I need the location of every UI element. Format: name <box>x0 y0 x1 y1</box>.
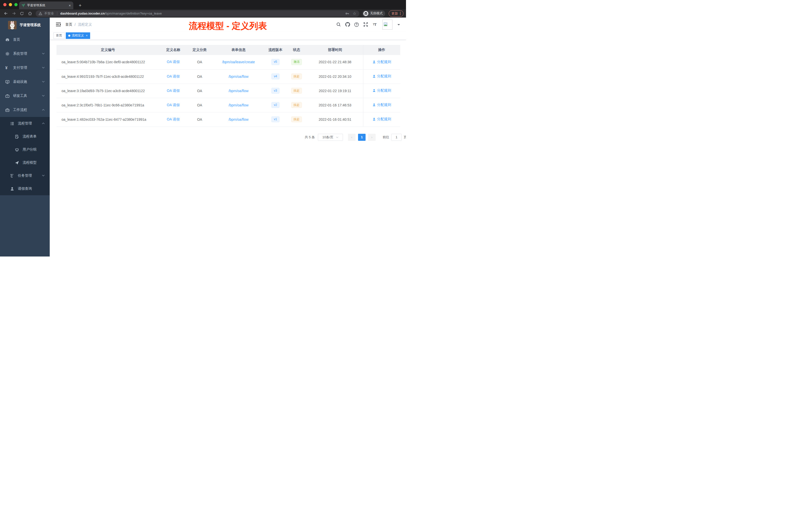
cell-category: OA <box>187 112 212 126</box>
form-link[interactable]: /bpm/oa/flow <box>229 74 248 79</box>
sidebar-item-label: 请假查询 <box>18 186 32 191</box>
logo-rabbit-image <box>8 21 17 29</box>
definition-name-link[interactable]: OA 请假 <box>167 60 179 64</box>
help-icon[interactable] <box>354 22 359 27</box>
sidebar-item-process-model[interactable]: 流程模型 <box>0 156 50 169</box>
face-icon <box>15 148 19 152</box>
font-size-icon[interactable]: TT <box>372 22 377 27</box>
back-icon[interactable] <box>2 10 9 17</box>
pagination-total: 共 5 条 <box>305 135 315 140</box>
assign-rule-button[interactable]: 分配规则 <box>372 117 391 121</box>
breadcrumb-home[interactable]: 首页 <box>65 22 72 27</box>
form-link[interactable]: /bpm/oa/flow <box>229 89 248 93</box>
assign-rule-button[interactable]: 分配规则 <box>372 74 391 79</box>
col-header-form: 表单信息 <box>212 45 265 55</box>
table-row: oa_leave:4:991f2193-7b7f-11ec-a3c8-acde4… <box>57 69 400 84</box>
col-header-version: 流程版本 <box>265 45 286 55</box>
url-text[interactable]: dashboard.yudao.iocoder.cn/bpm/manager/d… <box>60 11 343 15</box>
broken-image-icon <box>383 22 389 27</box>
minimize-window-button[interactable] <box>9 3 12 6</box>
assign-rule-button[interactable]: 分配规则 <box>372 88 391 93</box>
avatar-caret-icon[interactable] <box>398 24 400 27</box>
sidebar-item-label: 工作流程 <box>13 108 27 112</box>
github-icon[interactable] <box>345 22 350 27</box>
prev-page-button[interactable]: ‹ <box>348 134 355 141</box>
home-icon[interactable] <box>27 10 33 17</box>
version-badge: v4 <box>271 73 280 80</box>
address-bar[interactable]: 不安全 dashboard.yudao.iocoder.cn/bpm/manag… <box>36 10 359 17</box>
key-icon[interactable] <box>345 11 349 16</box>
security-warning-icon[interactable] <box>39 12 42 15</box>
sidebar-item-system[interactable]: 系统管理 <box>0 47 50 61</box>
next-page-button[interactable]: › <box>368 134 376 141</box>
sidebar-item-label: 用户分组 <box>23 147 37 152</box>
cell-category: OA <box>187 98 212 112</box>
version-badge: v1 <box>271 117 280 122</box>
bookmark-star-icon[interactable]: ☆ <box>353 11 356 16</box>
search-icon[interactable] <box>336 22 341 27</box>
zoom-window-button[interactable] <box>14 3 18 6</box>
gear-icon <box>5 52 9 56</box>
sidebar-item-task-management[interactable]: 任务管理 <box>0 169 50 182</box>
chevron-up-icon <box>42 109 45 111</box>
form-link[interactable]: /bpm/oa/flow <box>229 103 248 107</box>
tab-close-icon[interactable]: × <box>69 3 71 7</box>
page-number-1[interactable]: 1 <box>358 134 366 141</box>
incognito-label: 无痕模式 <box>370 11 383 16</box>
form-link[interactable]: /bpm/oa/flow <box>229 117 248 121</box>
sidebar-item-process-form[interactable]: 流程表单 <box>0 130 50 143</box>
new-tab-button[interactable]: + <box>77 2 83 9</box>
tag-close-icon[interactable]: × <box>86 34 88 37</box>
sidebar-item-user-group[interactable]: 用户分组 <box>0 143 50 156</box>
sidebar-fold-icon[interactable] <box>56 22 61 27</box>
close-window-button[interactable] <box>3 3 6 6</box>
sidebar-item-label: 首页 <box>13 37 20 42</box>
sidebar-item-label: 系统管理 <box>13 52 27 56</box>
browser-tab[interactable]: 芋道管理系统 × <box>19 1 73 9</box>
tag-home[interactable]: 首页 <box>54 32 64 39</box>
definition-name-link[interactable]: OA 请假 <box>167 103 179 107</box>
definition-name-link[interactable]: OA 请假 <box>167 89 179 93</box>
sidebar-item-process-management[interactable]: 流程管理 <box>0 117 50 130</box>
cell-deploy-time: 2022-01-16 17:46:53 <box>307 98 363 112</box>
reload-icon[interactable] <box>19 10 25 17</box>
goto-page-input[interactable] <box>391 134 402 141</box>
cell-definition-id: oa_leave:3:1fad3d93-7b75-11ec-a3c8-acde4… <box>57 84 160 98</box>
tag-process-definition[interactable]: 流程定义 × <box>66 32 90 39</box>
security-label[interactable]: 不安全 <box>44 11 54 16</box>
active-dot <box>68 35 70 37</box>
table-row: oa_leave:1:482ec033-762a-11ec-8477-a2380… <box>57 112 400 126</box>
incognito-badge: 无痕模式 <box>362 10 385 17</box>
page-size-select[interactable]: 10条/页 <box>318 134 343 141</box>
cell-category: OA <box>187 84 212 98</box>
col-header-status: 状态 <box>286 45 307 55</box>
definition-name-link[interactable]: OA 请假 <box>167 117 179 121</box>
cell-category: OA <box>187 55 212 69</box>
sidebar-logo[interactable]: 芋道管理系统 <box>0 18 50 33</box>
page-size-value: 10条/页 <box>322 135 334 140</box>
sidebar-item-payment[interactable]: ¥ 支付管理 <box>0 61 50 75</box>
assign-rule-button[interactable]: 分配规则 <box>372 103 391 107</box>
cell-definition-id: oa_leave:5:004b710b-7b8a-11ec-8ef0-acde4… <box>57 55 160 69</box>
browser-update-button[interactable]: 更新 <box>389 10 404 17</box>
page-unit-label: 页 <box>404 135 406 140</box>
breadcrumb-current: 流程定义 <box>78 22 92 27</box>
tree-list-icon <box>10 121 14 126</box>
sidebar-item-leave-query[interactable]: 请假查询 <box>0 182 50 195</box>
cell-category: OA <box>187 69 212 84</box>
sidebar-item-workflow[interactable]: 工作流程 <box>0 103 50 117</box>
sidebar-item-label: 研发工具 <box>13 94 27 98</box>
sidebar-item-infrastructure[interactable]: 基础设施 <box>0 75 50 89</box>
url-host: dashboard.yudao.iocoder.cn <box>60 11 105 15</box>
form-link[interactable]: /bpm/oa/leave/create <box>222 60 255 64</box>
sidebar-item-home[interactable]: 首页 <box>0 33 50 47</box>
browser-menu-icon[interactable] <box>400 12 401 15</box>
sidebar: 芋道管理系统 首页 系统管理 ¥ 支付管理 <box>0 18 50 256</box>
assign-rule-button[interactable]: 分配规则 <box>372 60 391 64</box>
forward-icon[interactable] <box>10 10 17 17</box>
definition-name-link[interactable]: OA 请假 <box>167 74 179 78</box>
sidebar-item-dev-tools[interactable]: 研发工具 <box>0 89 50 103</box>
cell-definition-id: oa_leave:2:3c1f0ef1-76b1-11ec-9c66-a2380… <box>57 98 160 112</box>
fullscreen-icon[interactable] <box>363 22 368 27</box>
avatar[interactable] <box>382 20 393 30</box>
